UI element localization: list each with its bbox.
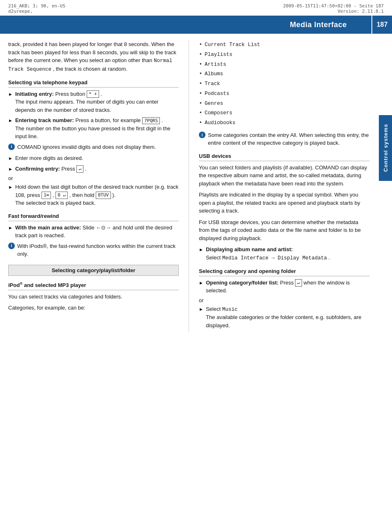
arrow-icon: ► xyxy=(8,91,13,98)
para-2: Categories, for example, can be: xyxy=(8,304,179,312)
bullet-initiating-entry: ► Initiating entry: Press button * + . T… xyxy=(8,90,179,114)
meta-line1: 216_AKB; 3; 90, en-US xyxy=(8,3,65,9)
key-8: 8TUV xyxy=(96,192,111,199)
section-box-category: Selecting category/playlist/folder xyxy=(8,265,179,276)
info-text-2: With iPods®, the fast-rewind function wo… xyxy=(17,242,179,258)
info-icon-2: i xyxy=(8,243,15,249)
info-box-3: i Some categories contain the entry All.… xyxy=(199,131,370,147)
bullet-main-area: ► With the main area active: Slide ←⊙→ a… xyxy=(8,224,179,240)
para-1: You can select tracks via categories and… xyxy=(8,293,179,301)
bullet-hold-digit: ► Hold down the last digit button of the… xyxy=(8,183,179,207)
header-right: 2009-05-15T11:47:50+02:00 - Seite 187 Ve… xyxy=(283,3,384,14)
info-text-1: COMAND ignores invalid digits and does n… xyxy=(17,143,179,151)
bullet-confirming-entry: ► Confirming entry: Press ↵ . xyxy=(8,165,179,173)
page-title: Media Interface xyxy=(290,21,371,29)
arrow-icon-2: ► xyxy=(8,117,13,124)
arrow-icon-8: ► xyxy=(199,280,203,287)
left-column: track, provided it has been played for l… xyxy=(8,40,189,332)
bullet-select-music: ► Select Music The available categories … xyxy=(199,305,370,330)
bullet-entering-track: ► Entering track number: Press a button,… xyxy=(8,116,179,141)
arrow-icon-6: ► xyxy=(8,224,13,231)
info-icon-1: i xyxy=(8,143,15,150)
title-bar: Media Interface 187 xyxy=(0,16,392,34)
intro-paragraph: track, provided it has been played for l… xyxy=(8,40,179,74)
usb-para-3: For USB storage devices, you can determi… xyxy=(199,218,370,243)
info-icon-3: i xyxy=(199,132,205,138)
list-item: Composers xyxy=(199,109,370,117)
meta-line2: d2ureepe, xyxy=(8,9,65,14)
section-heading-telephone: Selecting via telephone keypad xyxy=(8,79,179,88)
list-item: Current Track List xyxy=(199,40,370,49)
key-0: 0 ↵ xyxy=(55,192,68,199)
arrow-icon-4: ► xyxy=(8,166,13,173)
usb-para-1: You can select folders and playlists (if… xyxy=(199,164,370,188)
header-meta: 216_AKB; 3; 90, en-US d2ureepe, 2009-05-… xyxy=(0,0,392,16)
arrow-icon-7: ► xyxy=(199,246,203,253)
right-column: Current Track ListPlaylistsArtistsAlbums… xyxy=(189,40,370,332)
content-wrapper: track, provided it has been played for l… xyxy=(0,34,392,340)
arrow-icon-9: ► xyxy=(199,306,203,313)
header-left: 216_AKB; 3; 90, en-US d2ureepe, xyxy=(8,3,65,14)
list-item: Artists xyxy=(199,60,370,69)
list-item: Genres xyxy=(199,99,370,108)
confirm-key: ↵ xyxy=(76,165,83,172)
arrow-icon-3: ► xyxy=(8,155,13,162)
list-item: Podcasts xyxy=(199,89,370,98)
control-systems-tab: Control systems xyxy=(379,115,392,181)
info-box-2: i With iPods®, the fast-rewind function … xyxy=(8,242,179,258)
section-heading-selecting-category: Selecting category and opening folder xyxy=(199,268,370,276)
section-heading-ipod: iPod® and selected MP3 player xyxy=(8,282,179,290)
or-separator-1: or xyxy=(8,175,179,181)
usb-para-2: Playlists are indicated in the display b… xyxy=(199,191,370,215)
list-item: Playlists xyxy=(199,50,370,59)
7pqrs-key: 7PQRS xyxy=(142,117,160,124)
list-item: Track xyxy=(199,79,370,88)
section-heading-usb: USB devices xyxy=(199,153,370,161)
categories-list: Current Track ListPlaylistsArtistsAlbums… xyxy=(199,40,370,127)
confirm-key-2: ↵ xyxy=(295,279,302,286)
arrow-icon-5: ► xyxy=(8,184,13,191)
info-text-3: Some categories contain the entry All. W… xyxy=(208,131,370,147)
bullet-more-digits: ► Enter more digits as desired. xyxy=(8,154,179,162)
meta-line3: 2009-05-15T11:47:50+02:00 - Seite 187 xyxy=(283,3,384,9)
info-box-1: i COMAND ignores invalid digits and does… xyxy=(8,143,179,151)
star-plus-key: * + xyxy=(87,90,99,97)
or-separator-2: or xyxy=(199,297,370,303)
bullet-displaying-album: ► Displaying album name and artist: Sele… xyxy=(199,245,370,262)
list-item: Audiobooks xyxy=(199,118,370,127)
key-1: 1∞ xyxy=(42,192,51,199)
section-heading-fast-forward: Fast forward/rewind xyxy=(8,213,179,221)
list-item: Albums xyxy=(199,69,370,78)
meta-line4: Version: 2.11.8.1 xyxy=(283,9,384,14)
page-number: 187 xyxy=(371,16,392,34)
bullet-opening-category: ► Opening category/folder list: Press ↵ … xyxy=(199,279,370,295)
